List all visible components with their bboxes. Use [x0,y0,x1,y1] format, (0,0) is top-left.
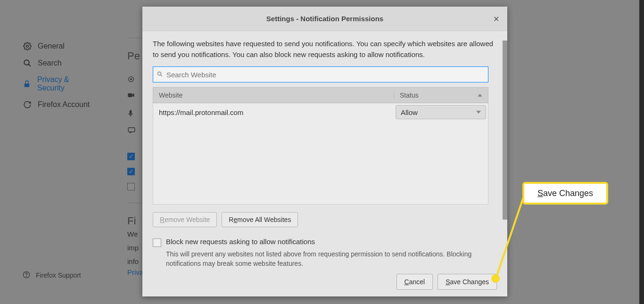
block-sublabel: This will prevent any websites not liste… [166,250,497,268]
remove-buttons-row: Remove Website Remove All Websites [153,212,497,227]
block-label: Block new requests asking to allow notif… [166,238,315,246]
table-header: Website Status [153,87,488,103]
close-button[interactable]: ✕ [490,13,502,25]
save-changes-button[interactable]: Save Changes [438,274,497,290]
dialog-description: The following websites have requested to… [153,39,497,60]
search-icon [157,71,164,78]
block-checkbox[interactable] [153,238,161,247]
remove-all-button[interactable]: Remove All Websites [222,212,298,227]
remove-website-button[interactable]: Remove Website [153,212,217,227]
td-status: Allow [394,105,488,119]
annotation-callout: Save Changes [522,182,608,205]
th-website[interactable]: Website [153,91,394,99]
th-status-label: Status [400,91,419,99]
status-dropdown[interactable]: Allow [396,105,486,119]
status-value: Allow [401,108,418,116]
sort-asc-icon [478,94,482,97]
svg-point-13 [158,72,161,75]
cancel-button[interactable]: Cancel [396,274,433,290]
td-website: https://mail.protonmail.com [153,108,394,116]
dialog-body: The following websites have requested to… [142,31,507,296]
right-strip [639,0,644,304]
table-body: https://mail.protonmail.com Allow [153,103,488,205]
chevron-down-icon [476,111,481,114]
svg-line-14 [161,75,162,76]
notification-permissions-dialog: Settings - Notification Permissions ✕ Th… [142,7,507,296]
th-status[interactable]: Status [394,91,488,99]
block-new-requests-row: Block new requests asking to allow notif… [153,238,497,247]
dialog-title: Settings - Notification Permissions [266,15,383,23]
search-input[interactable] [166,71,484,79]
dialog-footer-buttons: Cancel Save Changes [396,274,497,290]
table-row[interactable]: https://mail.protonmail.com Allow [153,103,488,121]
search-website-field[interactable] [153,66,488,82]
dialog-header: Settings - Notification Permissions ✕ [142,7,507,31]
annotation-dot [491,274,500,283]
